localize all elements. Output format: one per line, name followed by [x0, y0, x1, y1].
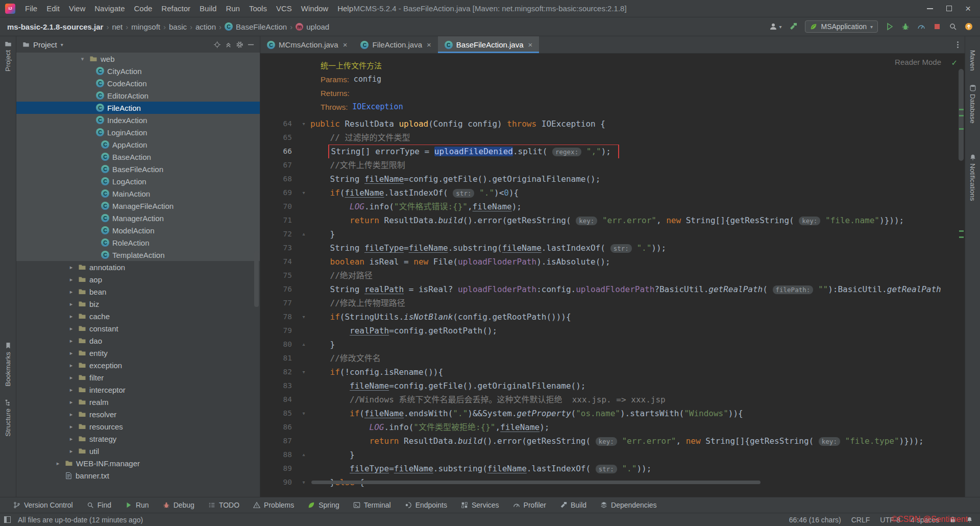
tree-item-indexaction[interactable]: CIndexAction: [16, 114, 260, 126]
fold-marker[interactable]: ▿: [297, 310, 310, 324]
breadcrumb-item[interactable]: basic: [169, 22, 187, 31]
breadcrumb-item[interactable]: mingsoft: [131, 22, 160, 31]
line-number[interactable]: 69: [260, 186, 297, 200]
close-icon[interactable]: ×: [965, 5, 971, 12]
editor-horizontal-scrollbar[interactable]: [311, 481, 761, 484]
run-configuration-selector[interactable]: MSApplication ▾: [805, 20, 878, 33]
tree-item-interceptor[interactable]: ▸interceptor: [16, 384, 260, 396]
chevron-right-icon[interactable]: ▸: [67, 411, 75, 418]
sidebar-item-database[interactable]: Database: [969, 84, 976, 124]
fold-marker[interactable]: ▿: [297, 407, 310, 420]
close-icon[interactable]: ×: [528, 40, 533, 49]
code-line[interactable]: 88▵ }: [260, 448, 965, 462]
tree-item-appaction[interactable]: CAppAction: [16, 138, 260, 151]
line-number[interactable]: 87: [260, 434, 297, 448]
maximize-icon[interactable]: [946, 6, 952, 11]
menu-vcs[interactable]: VCS: [272, 0, 297, 17]
chevron-right-icon[interactable]: ▸: [67, 325, 75, 332]
collapse-all-icon[interactable]: [225, 41, 232, 49]
tree-item-fileaction[interactable]: CFileAction: [16, 102, 260, 114]
line-number[interactable]: 68: [260, 172, 297, 186]
menu-run[interactable]: Run: [221, 0, 244, 17]
line-number[interactable]: 75: [260, 269, 297, 282]
code-line[interactable]: 78▿ if(StringUtils.isNotBlank(config.get…: [260, 310, 965, 324]
tree-item-roleaction[interactable]: CRoleAction: [16, 236, 260, 249]
line-number[interactable]: 72: [260, 227, 297, 241]
tree-item-modelaction[interactable]: CModelAction: [16, 224, 260, 236]
line-number[interactable]: 65: [260, 131, 297, 145]
line-number[interactable]: 90: [260, 475, 297, 489]
tree-item-exception[interactable]: ▸exception: [16, 359, 260, 371]
minimize-icon[interactable]: [927, 8, 933, 9]
stop-button[interactable]: [933, 22, 941, 31]
code-line[interactable]: 64▿public ResultData upload(Config confi…: [260, 117, 965, 131]
tree-item-manageraction[interactable]: CManagerAction: [16, 212, 260, 224]
fold-marker[interactable]: ▿: [297, 186, 310, 200]
code-line[interactable]: 74 boolean isReal = new File(uploadFlode…: [260, 255, 965, 269]
tree-item-baseaction[interactable]: CBaseAction: [16, 151, 260, 163]
line-number[interactable]: 77: [260, 296, 297, 310]
update-available-icon[interactable]: [965, 22, 973, 31]
tree-item-web-inf.manager[interactable]: ▸WEB-INF.manager: [16, 457, 260, 469]
project-scrollbar[interactable]: [254, 251, 259, 307]
sidebar-item-maven[interactable]: Maven: [969, 40, 976, 71]
vcs-status-text[interactable]: All files are up-to-date (12 minutes ago…: [18, 516, 143, 524]
code-line[interactable]: 79 realPath=config.getRootPath();: [260, 324, 965, 338]
menu-view[interactable]: View: [64, 0, 90, 17]
fold-marker[interactable]: ▿: [297, 117, 310, 131]
toolwindow-button-run[interactable]: Run: [125, 501, 149, 509]
debug-button[interactable]: [901, 22, 910, 31]
toolwindow-button-build[interactable]: Build: [560, 501, 586, 509]
line-number[interactable]: 81: [260, 351, 297, 365]
close-icon[interactable]: ×: [427, 40, 431, 49]
chevron-right-icon[interactable]: ▸: [67, 436, 75, 442]
caret-position[interactable]: 66:46 (16 chars): [789, 516, 841, 524]
line-number[interactable]: 74: [260, 255, 297, 269]
locate-file-icon[interactable]: [213, 41, 221, 49]
menu-refactor[interactable]: Refactor: [157, 0, 195, 17]
settings-gear-icon[interactable]: [236, 41, 243, 49]
tree-item-cache[interactable]: ▸cache: [16, 310, 260, 322]
line-number[interactable]: 78: [260, 310, 297, 324]
code-line[interactable]: 83 fileName=config.getFile().getOriginal…: [260, 379, 965, 393]
tree-item-web[interactable]: ▾web: [16, 53, 260, 65]
line-number[interactable]: 66: [260, 145, 297, 158]
toolwindow-button-terminal[interactable]: Terminal: [353, 501, 391, 509]
line-number[interactable]: 85: [260, 407, 297, 420]
menu-edit[interactable]: Edit: [42, 0, 64, 17]
code-editor[interactable]: 统一上传文件方法 Params:config Returns: Throws:I…: [260, 54, 965, 497]
chevron-right-icon[interactable]: ▸: [67, 264, 75, 271]
tree-item-managefileaction[interactable]: CManageFileAction: [16, 200, 260, 212]
tab-basefileaction.java[interactable]: CBaseFileAction.java×: [438, 36, 540, 53]
breadcrumb-item[interactable]: CBaseFileAction: [225, 22, 287, 31]
toolwindow-button-profiler[interactable]: Profiler: [513, 501, 546, 509]
chevron-right-icon[interactable]: ▸: [67, 350, 75, 356]
toolwindow-button-problems[interactable]: Problems: [253, 501, 294, 509]
tree-item-dao[interactable]: ▸dao: [16, 334, 260, 347]
tab-mcmsaction.java[interactable]: CMCmsAction.java×: [260, 36, 354, 53]
code-line[interactable]: 84 //Windows 系统下文件名最后会丢掉。这种文件默认拒绝 xxx.js…: [260, 393, 965, 407]
fold-marker[interactable]: ▿: [297, 365, 310, 379]
tree-item-realm[interactable]: ▸realm: [16, 396, 260, 408]
build-project-icon[interactable]: [789, 22, 797, 31]
code-line[interactable]: 80▵ }: [260, 338, 965, 351]
line-number[interactable]: 67: [260, 158, 297, 172]
chevron-down-icon[interactable]: ▾: [79, 56, 86, 62]
tree-item-filter[interactable]: ▸filter: [16, 371, 260, 384]
javadoc-throws-link[interactable]: IOException: [352, 100, 403, 114]
chevron-right-icon[interactable]: ▸: [67, 387, 75, 393]
breadcrumb-item[interactable]: action: [195, 22, 216, 31]
fold-marker[interactable]: ▵: [297, 448, 310, 462]
code-line[interactable]: 69▿ if(fileName.lastIndexOf( str: ".")<0…: [260, 186, 965, 200]
code-line[interactable]: 76 String realPath = isReal? uploadFlode…: [260, 282, 965, 296]
code-line[interactable]: 72▵ }: [260, 227, 965, 241]
code-line[interactable]: 66 String[] errorType = uploadFileDenied…: [260, 145, 965, 158]
chevron-right-icon[interactable]: ▸: [67, 399, 75, 405]
breadcrumb-item[interactable]: mupload: [296, 22, 329, 31]
chevron-right-icon[interactable]: ▸: [67, 374, 75, 381]
chevron-down-icon[interactable]: ▾: [61, 42, 63, 47]
tree-item-resolver[interactable]: ▸resolver: [16, 408, 260, 420]
hide-panel-icon[interactable]: [247, 41, 255, 49]
chevron-right-icon[interactable]: ▸: [67, 313, 75, 320]
toolwindow-button-version-control[interactable]: Version Control: [13, 501, 73, 509]
